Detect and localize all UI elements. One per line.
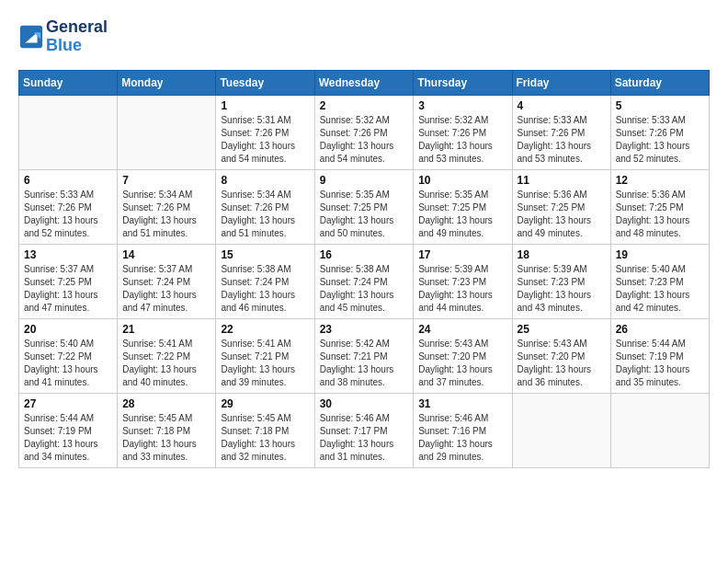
calendar-cell: 9Sunrise: 5:35 AM Sunset: 7:25 PM Daylig… [314,169,414,244]
day-number: 21 [122,323,210,336]
day-number: 5 [616,99,704,112]
day-number: 3 [418,99,506,112]
calendar-cell: 5Sunrise: 5:33 AM Sunset: 7:26 PM Daylig… [610,95,709,169]
day-info: Sunrise: 5:33 AM Sunset: 7:26 PM Dayligh… [24,189,112,240]
day-number: 14 [122,248,210,261]
day-info: Sunrise: 5:34 AM Sunset: 7:26 PM Dayligh… [122,189,210,240]
day-number: 2 [320,99,409,112]
day-number: 9 [320,174,409,187]
calendar-cell: 4Sunrise: 5:33 AM Sunset: 7:26 PM Daylig… [512,95,610,169]
day-info: Sunrise: 5:44 AM Sunset: 7:19 PM Dayligh… [616,338,704,389]
calendar-cell: 28Sunrise: 5:45 AM Sunset: 7:18 PM Dayli… [118,393,216,467]
calendar-cell: 13Sunrise: 5:37 AM Sunset: 7:25 PM Dayli… [19,244,118,318]
day-info: Sunrise: 5:41 AM Sunset: 7:21 PM Dayligh… [221,338,309,389]
calendar-cell: 23Sunrise: 5:42 AM Sunset: 7:21 PM Dayli… [314,318,414,393]
day-number: 29 [221,397,309,410]
calendar-cell [610,393,709,467]
day-info: Sunrise: 5:40 AM Sunset: 7:22 PM Dayligh… [24,338,112,389]
day-number: 28 [122,397,210,410]
calendar-cell: 1Sunrise: 5:31 AM Sunset: 7:26 PM Daylig… [216,95,314,169]
day-number: 20 [24,323,112,336]
calendar-week-row: 13Sunrise: 5:37 AM Sunset: 7:25 PM Dayli… [19,244,710,318]
day-info: Sunrise: 5:46 AM Sunset: 7:16 PM Dayligh… [418,412,506,464]
day-number: 8 [221,174,309,187]
logo-icon [18,24,44,50]
calendar-week-row: 1Sunrise: 5:31 AM Sunset: 7:26 PM Daylig… [19,95,710,169]
calendar-cell: 26Sunrise: 5:44 AM Sunset: 7:19 PM Dayli… [610,318,709,393]
day-number: 13 [24,248,112,261]
day-info: Sunrise: 5:32 AM Sunset: 7:26 PM Dayligh… [418,114,506,166]
page-header: General Blue [18,18,710,55]
calendar-cell [512,393,610,467]
calendar-cell: 27Sunrise: 5:44 AM Sunset: 7:19 PM Dayli… [19,393,118,467]
calendar-week-row: 27Sunrise: 5:44 AM Sunset: 7:19 PM Dayli… [19,393,710,467]
calendar-week-row: 20Sunrise: 5:40 AM Sunset: 7:22 PM Dayli… [19,318,710,393]
calendar-cell: 16Sunrise: 5:38 AM Sunset: 7:24 PM Dayli… [314,244,414,318]
day-number: 17 [418,248,506,261]
calendar-cell: 18Sunrise: 5:39 AM Sunset: 7:23 PM Dayli… [512,244,610,318]
day-number: 24 [418,323,506,336]
calendar-cell: 29Sunrise: 5:45 AM Sunset: 7:18 PM Dayli… [216,393,314,467]
day-info: Sunrise: 5:34 AM Sunset: 7:26 PM Dayligh… [221,189,309,240]
calendar-cell: 8Sunrise: 5:34 AM Sunset: 7:26 PM Daylig… [216,169,314,244]
day-info: Sunrise: 5:33 AM Sunset: 7:26 PM Dayligh… [616,114,704,166]
calendar-cell: 7Sunrise: 5:34 AM Sunset: 7:26 PM Daylig… [118,169,216,244]
day-info: Sunrise: 5:36 AM Sunset: 7:25 PM Dayligh… [616,189,704,240]
day-info: Sunrise: 5:32 AM Sunset: 7:26 PM Dayligh… [320,114,409,166]
day-number: 10 [418,174,506,187]
day-info: Sunrise: 5:38 AM Sunset: 7:24 PM Dayligh… [221,263,309,315]
weekday-header: Friday [512,70,610,95]
calendar-cell: 11Sunrise: 5:36 AM Sunset: 7:25 PM Dayli… [512,169,610,244]
day-info: Sunrise: 5:41 AM Sunset: 7:22 PM Dayligh… [122,338,210,389]
day-number: 30 [320,397,409,410]
calendar-cell [118,95,216,169]
calendar-cell: 6Sunrise: 5:33 AM Sunset: 7:26 PM Daylig… [19,169,118,244]
day-number: 11 [518,174,606,187]
day-number: 1 [221,99,309,112]
day-info: Sunrise: 5:37 AM Sunset: 7:25 PM Dayligh… [24,263,112,315]
calendar-cell: 14Sunrise: 5:37 AM Sunset: 7:24 PM Dayli… [118,244,216,318]
calendar-cell: 19Sunrise: 5:40 AM Sunset: 7:23 PM Dayli… [610,244,709,318]
day-info: Sunrise: 5:35 AM Sunset: 7:25 PM Dayligh… [418,189,506,240]
day-number: 31 [418,397,506,410]
day-number: 7 [122,174,210,187]
day-number: 15 [221,248,309,261]
calendar-cell: 17Sunrise: 5:39 AM Sunset: 7:23 PM Dayli… [414,244,512,318]
calendar-cell: 20Sunrise: 5:40 AM Sunset: 7:22 PM Dayli… [19,318,118,393]
day-info: Sunrise: 5:38 AM Sunset: 7:24 PM Dayligh… [320,263,409,315]
day-info: Sunrise: 5:45 AM Sunset: 7:18 PM Dayligh… [122,412,210,464]
day-info: Sunrise: 5:42 AM Sunset: 7:21 PM Dayligh… [320,338,409,389]
day-number: 19 [616,248,704,261]
weekday-header: Sunday [19,70,118,95]
calendar-cell: 12Sunrise: 5:36 AM Sunset: 7:25 PM Dayli… [610,169,709,244]
calendar-week-row: 6Sunrise: 5:33 AM Sunset: 7:26 PM Daylig… [19,169,710,244]
day-number: 25 [518,323,606,336]
calendar-cell: 21Sunrise: 5:41 AM Sunset: 7:22 PM Dayli… [118,318,216,393]
day-number: 18 [518,248,606,261]
day-info: Sunrise: 5:39 AM Sunset: 7:23 PM Dayligh… [518,263,606,315]
day-info: Sunrise: 5:45 AM Sunset: 7:18 PM Dayligh… [221,412,309,464]
logo-text: General Blue [46,18,108,55]
weekday-header: Tuesday [216,70,314,95]
day-info: Sunrise: 5:39 AM Sunset: 7:23 PM Dayligh… [418,263,506,315]
day-number: 16 [320,248,409,261]
day-info: Sunrise: 5:33 AM Sunset: 7:26 PM Dayligh… [518,114,606,166]
calendar-cell [19,95,118,169]
weekday-header: Wednesday [314,70,414,95]
calendar-table: SundayMondayTuesdayWednesdayThursdayFrid… [18,70,710,468]
calendar-cell: 10Sunrise: 5:35 AM Sunset: 7:25 PM Dayli… [414,169,512,244]
calendar-cell: 22Sunrise: 5:41 AM Sunset: 7:21 PM Dayli… [216,318,314,393]
day-number: 27 [24,397,112,410]
calendar-header-row: SundayMondayTuesdayWednesdayThursdayFrid… [19,70,710,95]
calendar-cell: 31Sunrise: 5:46 AM Sunset: 7:16 PM Dayli… [414,393,512,467]
logo: General Blue [18,18,108,55]
day-info: Sunrise: 5:31 AM Sunset: 7:26 PM Dayligh… [221,114,309,166]
calendar-cell: 30Sunrise: 5:46 AM Sunset: 7:17 PM Dayli… [314,393,414,467]
day-number: 12 [616,174,704,187]
day-info: Sunrise: 5:37 AM Sunset: 7:24 PM Dayligh… [122,263,210,315]
day-info: Sunrise: 5:43 AM Sunset: 7:20 PM Dayligh… [518,338,606,389]
day-number: 4 [518,99,606,112]
weekday-header: Thursday [414,70,512,95]
day-info: Sunrise: 5:35 AM Sunset: 7:25 PM Dayligh… [320,189,409,240]
calendar-cell: 2Sunrise: 5:32 AM Sunset: 7:26 PM Daylig… [314,95,414,169]
